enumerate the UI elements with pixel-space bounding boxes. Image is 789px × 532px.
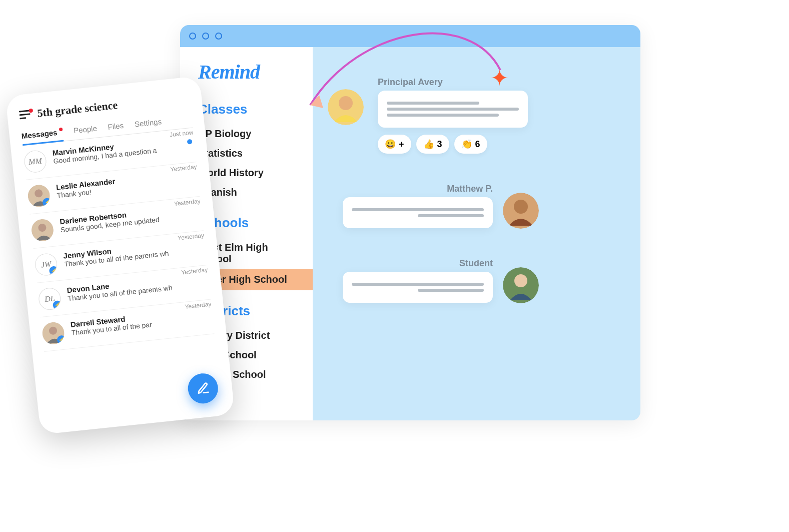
svg-point-3 xyxy=(514,200,528,214)
sender-name: Student xyxy=(343,258,493,269)
bolt-icon: ⚡ xyxy=(49,266,59,276)
nav-class-item[interactable]: Statistics xyxy=(198,144,295,163)
reaction-thumbsup[interactable]: 👍 3 xyxy=(416,135,449,154)
add-reaction-button[interactable]: 😀 + xyxy=(378,135,411,154)
avatar: ⚡ xyxy=(41,321,65,345)
tab-label: Messages xyxy=(21,128,58,140)
compose-button[interactable] xyxy=(187,372,220,405)
message-bubble xyxy=(343,197,493,228)
class-title: 5th grade science xyxy=(37,99,118,120)
brand-logo: Remind xyxy=(198,60,295,84)
window-control-close[interactable] xyxy=(189,33,196,40)
reaction-clap[interactable]: 👏 6 xyxy=(454,135,487,154)
avatar xyxy=(31,218,55,242)
avatar: ⚡ xyxy=(27,184,51,208)
reaction-label: + xyxy=(399,139,404,150)
compose-icon xyxy=(196,381,210,396)
bolt-icon: ⚡ xyxy=(57,335,66,345)
section-title-classes: Classes xyxy=(198,102,295,117)
chat-message: Matthew P. xyxy=(343,184,493,228)
desktop-window: Remind Classes AP Biology Statistics Wor… xyxy=(180,25,640,420)
bolt-icon: ⚡ xyxy=(42,198,51,208)
window-titlebar xyxy=(180,25,640,47)
svg-point-5 xyxy=(514,274,527,287)
tab-files[interactable]: Files xyxy=(107,118,125,136)
reaction-count: 6 xyxy=(475,139,480,150)
message-list[interactable]: MMMarvin McKinneyGood morning, I had a q… xyxy=(23,128,214,351)
sender-name: Matthew P. xyxy=(343,184,493,194)
phone-mock: 5th grade science Messages People Files … xyxy=(6,76,235,434)
avatar xyxy=(503,267,539,303)
bolt-icon: ⚡ xyxy=(53,300,62,310)
avatar: MM xyxy=(23,150,47,174)
sender-name: Principal Avery xyxy=(378,77,528,88)
avatar: DL⚡ xyxy=(38,287,62,311)
avatar: JW⚡ xyxy=(34,252,58,276)
svg-point-1 xyxy=(339,96,353,110)
nav-class-item[interactable]: World History xyxy=(198,163,295,183)
window-control-maximize[interactable] xyxy=(215,33,222,40)
chat-message: Student xyxy=(343,258,493,303)
menu-icon[interactable] xyxy=(19,110,31,120)
nav-class-item[interactable]: AP Biology xyxy=(198,124,295,144)
reaction-bar: 😀 + 👍 3 👏 6 xyxy=(378,135,625,154)
notification-dot-icon xyxy=(29,109,33,113)
message-bubble xyxy=(378,91,528,128)
avatar xyxy=(328,89,364,125)
tab-people[interactable]: People xyxy=(73,121,98,140)
nav-class-item[interactable]: Spanish xyxy=(198,183,295,202)
chat-area: Principal Avery 😀 + 👍 3 👏 xyxy=(313,47,640,420)
tab-settings[interactable]: Settings xyxy=(134,114,162,133)
chat-message: Principal Avery xyxy=(378,77,528,128)
thumbsup-icon: 👍 xyxy=(423,139,434,150)
clap-icon: 👏 xyxy=(461,139,472,150)
notification-dot-icon xyxy=(59,128,63,132)
reaction-count: 3 xyxy=(437,139,442,150)
message-bubble xyxy=(343,272,493,303)
window-control-minimize[interactable] xyxy=(202,33,209,40)
avatar xyxy=(503,193,539,229)
smile-icon: 😀 xyxy=(385,139,396,150)
